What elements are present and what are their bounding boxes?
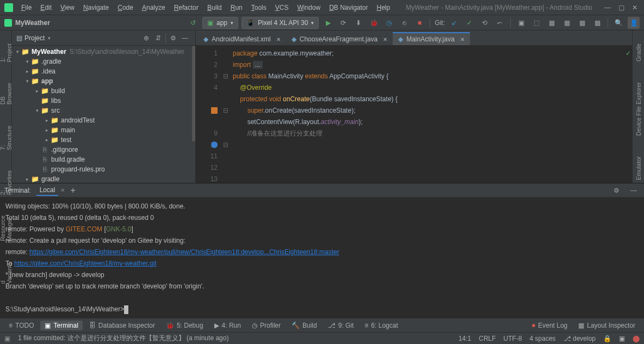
right-tool-2[interactable]: Emulator <box>635 154 642 182</box>
menu-run[interactable]: Run <box>227 2 246 14</box>
tree-item-proguard-rules.pro[interactable]: ⎘proguard-rules.pro <box>12 164 195 174</box>
menu-file[interactable]: File <box>17 2 35 14</box>
terminal-settings-icon[interactable]: ⚙ <box>610 185 622 196</box>
right-tool-0[interactable]: Gradle <box>635 41 642 64</box>
expand-icon[interactable]: ⇵ <box>152 32 164 44</box>
icon-4[interactable]: ▦ <box>591 17 603 29</box>
menu-code[interactable]: Code <box>114 2 137 14</box>
menu-db navigator[interactable]: DB Navigator <box>325 2 371 14</box>
tree-item-libs[interactable]: 📁libs <box>12 96 195 106</box>
code-editor[interactable]: 1234791011121314 ⊟⊟⊟ package com.example… <box>196 46 632 183</box>
tree-item-.gradle[interactable]: ▾📁.gradle <box>12 57 195 66</box>
bottom-run[interactable]: ▶4: Run <box>210 321 245 330</box>
caret-position[interactable]: 14:1 <box>459 335 471 342</box>
bottom-profiler[interactable]: ◷Profiler <box>247 321 285 330</box>
tree-item-app[interactable]: ▾📁app <box>12 76 195 86</box>
status-icon[interactable]: 🔒 <box>603 335 611 342</box>
terminal-hide-icon[interactable]: — <box>628 185 640 196</box>
run-button[interactable]: ▶ <box>322 17 334 29</box>
tree-item-src[interactable]: ▾📁src <box>12 106 195 115</box>
source-code[interactable]: package com.example.myweather;import ...… <box>230 46 398 183</box>
settings-icon[interactable]: ⚙ <box>167 32 179 44</box>
encoding[interactable]: UTF-8 <box>504 335 522 342</box>
profiler-icon[interactable]: ◷ <box>383 17 395 29</box>
close-tab-icon[interactable]: ✕ <box>383 36 387 42</box>
right-tool-1[interactable]: Device File Explorer <box>635 80 642 138</box>
menu-help[interactable]: Help <box>373 2 394 14</box>
bottom-logcat[interactable]: ≡6: Logcat <box>360 321 402 330</box>
git-branch[interactable]: ⎇ develop <box>564 335 596 342</box>
close-button[interactable]: ✕ <box>632 4 637 11</box>
menu-vcs[interactable]: VCS <box>271 2 293 14</box>
bottom-terminal[interactable]: ▣Terminal <box>40 321 82 330</box>
debug-icon[interactable]: ⬇ <box>352 17 364 29</box>
git-commit-icon[interactable]: ✓ <box>463 17 475 29</box>
stop-icon[interactable]: ■ <box>413 17 425 29</box>
close-tab-icon[interactable]: ✕ <box>276 36 281 42</box>
left-tool-1[interactable]: DB Browser <box>0 81 13 107</box>
tree-item-.gitignore[interactable]: ⎘.gitignore <box>12 145 195 155</box>
git-update-icon[interactable]: ↙ <box>448 17 460 29</box>
left-tool-5[interactable]: d Variants <box>0 260 13 286</box>
left-tool-3[interactable]: 2: Favorites <box>0 168 13 197</box>
bottom-event-log[interactable]: Event Log <box>528 321 572 330</box>
tree-item-test[interactable]: ▸📁test <box>12 135 195 145</box>
tree-item-gradle[interactable]: ▸📁gradle <box>12 174 195 183</box>
sync-icon[interactable]: ↺ <box>187 17 199 29</box>
line-ending[interactable]: CRLF <box>479 335 496 342</box>
left-tool-0[interactable]: 1: Project <box>0 41 13 64</box>
status-icon2[interactable]: ▣ <box>619 335 625 342</box>
apply-changes-icon[interactable]: ⟳ <box>337 17 349 29</box>
menu-window[interactable]: Window <box>293 2 324 14</box>
project-tree[interactable]: ▾📁MyWeatherS:\Study\android\lesson_14\My… <box>12 46 195 183</box>
close-tab-icon[interactable]: ✕ <box>460 36 465 42</box>
icon-2[interactable]: ▦ <box>561 17 573 29</box>
tree-item-.idea[interactable]: ▸📁.idea <box>12 66 195 76</box>
tab-MainActivity.java[interactable]: ◆MainActivity.java✕ <box>393 32 469 45</box>
tab-ChooseAreaFragment.java[interactable]: ◆ChooseAreaFragment.java✕ <box>286 32 393 45</box>
tab-AndroidManifest.xml[interactable]: ◆AndroidManifest.xml✕ <box>198 32 286 45</box>
avd-icon[interactable]: ▣ <box>515 17 527 29</box>
terminal-tab[interactable]: Local <box>36 185 59 196</box>
minimize-button[interactable]: — <box>604 4 611 11</box>
indent[interactable]: 4 spaces <box>530 335 556 342</box>
menu-navigate[interactable]: Navigate <box>79 2 113 14</box>
search-icon[interactable]: 🔍 <box>612 17 624 29</box>
bottom-git[interactable]: ⎇9: Git <box>324 321 358 330</box>
close-tab-icon[interactable]: ✕ <box>60 187 65 193</box>
maximize-button[interactable]: ▢ <box>618 4 624 11</box>
debug-button[interactable]: 🐞 <box>368 17 380 29</box>
status-warn-icon[interactable]: ⬤ <box>633 335 640 342</box>
select-opened-icon[interactable]: ⊕ <box>140 32 152 44</box>
project-title[interactable]: Project <box>24 34 45 42</box>
editor-scrollbar[interactable]: ✓ <box>626 46 632 183</box>
attach-icon[interactable]: ⎋ <box>398 17 410 29</box>
bottom-build[interactable]: 🔨Build <box>287 321 321 330</box>
menu-analyze[interactable]: Analyze <box>138 2 169 14</box>
add-tab-icon[interactable]: + <box>70 186 75 195</box>
hide-icon[interactable]: — <box>179 32 191 44</box>
icon-1[interactable]: ▦ <box>546 17 558 29</box>
menu-view[interactable]: View <box>57 2 78 14</box>
tree-item-build.gradle[interactable]: ⎘build.gradle <box>12 155 195 164</box>
fold-gutter[interactable]: ⊟⊟⊟ <box>222 46 230 183</box>
run-config-combo[interactable]: ▣app▾ <box>202 17 238 29</box>
scrollbar[interactable] <box>192 46 195 142</box>
bottom-debug[interactable]: 🐞5: Debug <box>162 321 208 330</box>
user-icon[interactable]: 👤 <box>628 17 640 29</box>
terminal-body[interactable]: Writing objects: 100% (10/10), 800 bytes… <box>0 198 644 318</box>
bottom-layout-inspector[interactable]: ▦Layout Inspector <box>574 321 640 330</box>
device-combo[interactable]: 📱Pixel 4 XL API 30▾ <box>242 17 319 29</box>
sdk-icon[interactable]: ⬚ <box>530 17 542 29</box>
menu-build[interactable]: Build <box>203 2 226 14</box>
breadcrumb[interactable]: MyWeather <box>4 19 50 27</box>
tree-root[interactable]: ▾📁MyWeatherS:\Study\android\lesson_14\My… <box>12 47 195 57</box>
tree-item-build[interactable]: ▸📁build <box>12 86 195 96</box>
icon-3[interactable]: ▦ <box>576 17 588 29</box>
left-tool-4[interactable]: Resource Manager <box>0 213 13 243</box>
bottom-todo[interactable]: ≡TODO <box>4 321 38 330</box>
git-history-icon[interactable]: ⟲ <box>479 17 491 29</box>
tree-item-androidTest[interactable]: ▸📁androidTest <box>12 115 195 125</box>
menu-edit[interactable]: Edit <box>36 2 55 14</box>
menu-refactor[interactable]: Refactor <box>170 2 202 14</box>
